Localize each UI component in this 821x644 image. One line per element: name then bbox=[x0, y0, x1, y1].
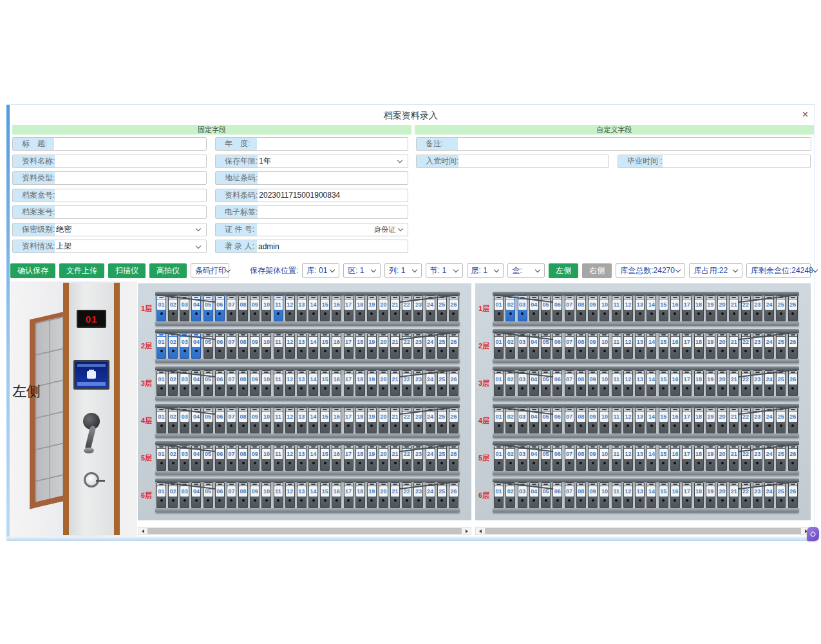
folder-box[interactable]: 07 bbox=[227, 333, 236, 359]
folder-box[interactable]: 05 bbox=[203, 296, 213, 321]
section-select[interactable]: 节: 1 bbox=[426, 263, 463, 278]
folder-box[interactable]: 16 bbox=[670, 333, 680, 359]
folder-box[interactable]: 26 bbox=[449, 408, 458, 433]
folder-box[interactable]: 13 bbox=[297, 482, 307, 508]
folder-box[interactable]: 05 bbox=[203, 482, 213, 508]
folder-box[interactable]: 19 bbox=[367, 445, 377, 471]
folder-box[interactable]: 25 bbox=[437, 333, 447, 359]
scroll-left-icon[interactable] bbox=[138, 527, 147, 535]
id-type-select[interactable]: 身份证 bbox=[374, 225, 408, 234]
folder-box[interactable]: 07 bbox=[565, 296, 574, 321]
remark-field[interactable]: 备注: bbox=[416, 137, 811, 151]
folder-box[interactable]: 06 bbox=[215, 370, 225, 396]
folder-box[interactable]: 07 bbox=[227, 370, 236, 396]
folder-box[interactable]: 08 bbox=[576, 482, 586, 508]
folder-box[interactable]: 09 bbox=[250, 408, 260, 433]
folder-box[interactable]: 08 bbox=[576, 296, 586, 321]
folder-box[interactable]: 22 bbox=[741, 333, 751, 359]
folder-box[interactable]: 18 bbox=[355, 333, 365, 359]
folder-box[interactable]: 16 bbox=[332, 370, 341, 396]
folder-box[interactable]: 14 bbox=[646, 482, 656, 508]
folder-box[interactable]: 10 bbox=[261, 482, 271, 508]
folder-box[interactable]: 19 bbox=[706, 408, 715, 433]
folder-box[interactable]: 26 bbox=[788, 333, 798, 359]
folder-box[interactable]: 26 bbox=[788, 370, 798, 396]
folder-box[interactable]: 08 bbox=[576, 445, 586, 471]
folder-box[interactable]: 02 bbox=[168, 408, 178, 433]
folder-box[interactable]: 10 bbox=[261, 296, 271, 321]
folder-box[interactable]: 26 bbox=[788, 296, 798, 321]
folder-box[interactable]: 18 bbox=[694, 482, 704, 508]
barcode-print-select[interactable]: 条码打印 bbox=[191, 263, 229, 278]
folder-box[interactable]: 01 bbox=[494, 408, 504, 433]
folder-box[interactable]: 25 bbox=[437, 296, 447, 321]
material-status-select[interactable]: 资料情况: 上架 bbox=[12, 240, 207, 253]
folder-box[interactable]: 16 bbox=[670, 408, 680, 433]
folder-box[interactable]: 08 bbox=[238, 333, 248, 359]
folder-box[interactable]: 24 bbox=[426, 408, 435, 433]
folder-box[interactable]: 12 bbox=[623, 370, 633, 396]
remaining-slots-select[interactable]: 库剩余盒位:24248 bbox=[746, 263, 811, 278]
folder-box[interactable]: 17 bbox=[682, 333, 692, 359]
folder-box[interactable]: 06 bbox=[215, 333, 225, 359]
folder-box[interactable]: 14 bbox=[308, 333, 318, 359]
folder-box[interactable]: 09 bbox=[588, 296, 598, 321]
folder-box[interactable]: 13 bbox=[635, 370, 645, 396]
folder-box[interactable]: 19 bbox=[706, 370, 715, 396]
folder-box[interactable]: 21 bbox=[390, 333, 400, 359]
folder-box[interactable]: 05 bbox=[203, 333, 213, 359]
folder-box[interactable]: 11 bbox=[612, 370, 621, 396]
folder-box[interactable]: 09 bbox=[250, 333, 260, 359]
folder-box[interactable]: 12 bbox=[285, 445, 295, 471]
folder-box[interactable]: 09 bbox=[250, 445, 260, 471]
folder-box[interactable]: 25 bbox=[437, 370, 447, 396]
folder-box[interactable]: 16 bbox=[670, 370, 680, 396]
folder-box[interactable]: 02 bbox=[505, 445, 515, 471]
folder-box[interactable]: 19 bbox=[706, 445, 715, 471]
box-number-field[interactable]: 档案盒号: bbox=[12, 189, 207, 202]
folder-box[interactable]: 10 bbox=[261, 445, 271, 471]
folder-box[interactable]: 24 bbox=[426, 296, 435, 321]
title-field[interactable]: 标 题: bbox=[12, 137, 207, 151]
scanner-button[interactable]: 扫描仪 bbox=[108, 263, 146, 278]
folder-box[interactable]: 13 bbox=[297, 370, 307, 396]
folder-box[interactable]: 15 bbox=[320, 296, 330, 321]
folder-box[interactable]: 13 bbox=[635, 482, 645, 508]
folder-box[interactable]: 16 bbox=[670, 445, 680, 471]
folder-box[interactable]: 18 bbox=[355, 408, 365, 433]
folder-box[interactable]: 01 bbox=[156, 333, 166, 359]
folder-box[interactable]: 14 bbox=[646, 296, 656, 321]
folder-box[interactable]: 01 bbox=[494, 482, 504, 508]
folder-box[interactable]: 10 bbox=[599, 445, 609, 471]
folder-box[interactable]: 15 bbox=[320, 370, 330, 396]
folder-box[interactable]: 17 bbox=[682, 445, 692, 471]
folder-box[interactable]: 01 bbox=[156, 482, 166, 508]
folder-box[interactable]: 06 bbox=[215, 408, 225, 433]
folder-box[interactable]: 05 bbox=[203, 445, 213, 471]
right-panel-scrollbar[interactable] bbox=[475, 527, 811, 535]
folder-box[interactable]: 18 bbox=[694, 333, 704, 359]
folder-box[interactable]: 12 bbox=[285, 482, 295, 508]
folder-box[interactable]: 21 bbox=[390, 408, 400, 433]
folder-box[interactable]: 17 bbox=[344, 482, 354, 508]
folder-box[interactable]: 14 bbox=[308, 370, 318, 396]
folder-box[interactable]: 01 bbox=[494, 445, 504, 471]
folder-box[interactable]: 10 bbox=[599, 408, 609, 433]
folder-box[interactable]: 26 bbox=[449, 296, 458, 321]
folder-box[interactable]: 08 bbox=[576, 408, 586, 433]
folder-box[interactable]: 08 bbox=[238, 482, 248, 508]
folder-box[interactable]: 13 bbox=[635, 296, 645, 321]
folder-box[interactable]: 07 bbox=[565, 333, 574, 359]
folder-box[interactable]: 11 bbox=[612, 482, 621, 508]
folder-box[interactable]: 19 bbox=[367, 482, 377, 508]
folder-box[interactable]: 10 bbox=[261, 370, 271, 396]
folder-box[interactable]: 21 bbox=[390, 296, 400, 321]
folder-box[interactable]: 11 bbox=[274, 296, 283, 321]
folder-box[interactable]: 17 bbox=[344, 408, 354, 433]
folder-box[interactable]: 07 bbox=[565, 408, 574, 433]
folder-box[interactable]: 21 bbox=[390, 370, 400, 396]
folder-box[interactable]: 18 bbox=[355, 482, 365, 508]
folder-box[interactable]: 12 bbox=[623, 445, 633, 471]
folder-box[interactable]: 24 bbox=[426, 370, 435, 396]
folder-box[interactable]: 05 bbox=[541, 370, 551, 396]
